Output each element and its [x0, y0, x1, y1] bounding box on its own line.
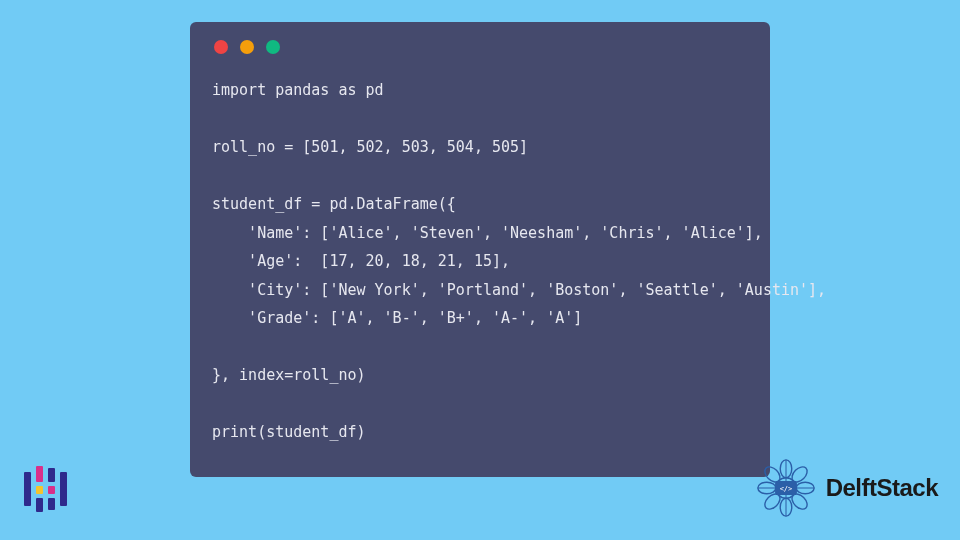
mandala-icon: </>	[754, 456, 818, 520]
brand-name: DelftStack	[826, 474, 938, 502]
code-window: import pandas as pd roll_no = [501, 502,…	[190, 22, 770, 477]
traffic-light-dots	[214, 40, 748, 54]
minimize-dot-icon	[240, 40, 254, 54]
zoom-dot-icon	[266, 40, 280, 54]
code-block: import pandas as pd roll_no = [501, 502,…	[212, 76, 748, 447]
close-dot-icon	[214, 40, 228, 54]
code-brackets-icon: </>	[779, 484, 792, 493]
brand-logo: </> DelftStack	[754, 456, 938, 520]
left-bars-logo-icon	[24, 466, 70, 512]
